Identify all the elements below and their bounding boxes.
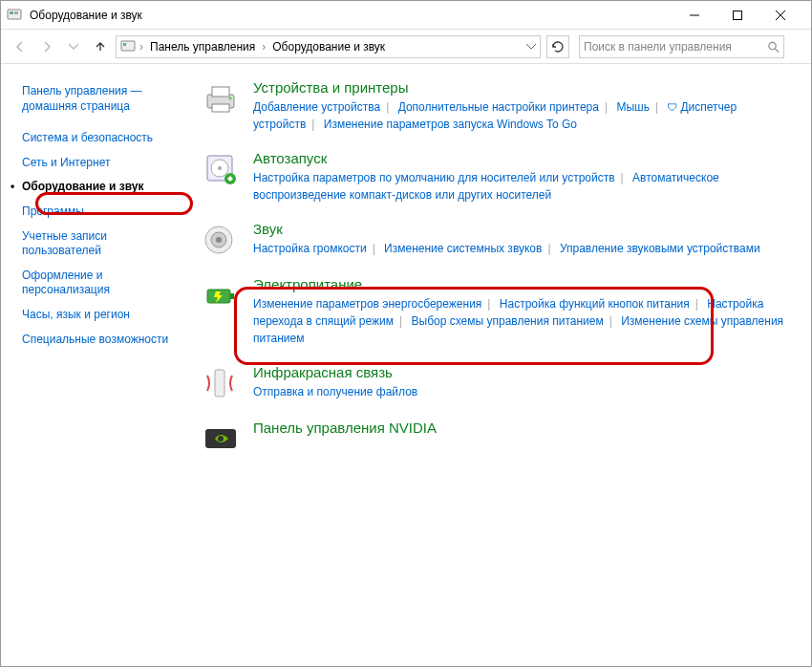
chevron-down-icon[interactable] (526, 42, 536, 52)
breadcrumb-item[interactable]: Оборудование и звук (269, 40, 388, 54)
svg-point-9 (769, 42, 776, 49)
category-ir: Инфракрасная связь Отправка и получение … (202, 364, 792, 402)
task-link[interactable]: Мышь (616, 100, 650, 114)
speaker-icon (202, 221, 240, 259)
svg-point-21 (216, 237, 222, 243)
sidebar-item-appearance[interactable]: Оформление и персонализация (22, 264, 181, 303)
nav-up-button[interactable] (89, 35, 112, 58)
svg-point-14 (229, 97, 232, 100)
svg-line-10 (775, 48, 779, 52)
category-autoplay: Автозапуск Настройка параметров по умолч… (202, 150, 792, 204)
minimize-button[interactable] (676, 2, 719, 29)
svg-rect-1 (10, 11, 13, 14)
task-link[interactable]: Изменение системных звуков (384, 242, 542, 255)
task-link[interactable]: Настройка функций кнопок питания (500, 297, 690, 311)
nav-history-button[interactable] (62, 35, 85, 58)
category-power: Электропитание Изменение параметров энер… (202, 276, 792, 347)
task-link[interactable]: Отправка и получение файлов (253, 385, 417, 398)
chevron-right-icon: › (139, 40, 143, 54)
sidebar-item-system[interactable]: Система и безопасность (22, 126, 181, 151)
sidebar-item-access[interactable]: Специальные возможности (22, 328, 181, 353)
battery-icon (202, 276, 240, 314)
svg-rect-2 (14, 11, 18, 14)
main-content: Устройства и принтеры Добавление устройс… (192, 64, 811, 666)
nvidia-icon (202, 420, 240, 458)
sidebar-item-home[interactable]: Панель управления — домашняя страница (22, 79, 181, 118)
svg-rect-8 (123, 43, 126, 46)
sidebar: Панель управления — домашняя страница Си… (1, 64, 192, 666)
search-input[interactable] (584, 40, 763, 54)
sidebar-item-clock[interactable]: Часы, язык и регион (22, 303, 181, 328)
search-field[interactable] (579, 35, 784, 58)
category-nvidia: Панель управления NVIDIA (202, 420, 792, 458)
address-icon (120, 39, 136, 54)
svg-point-17 (218, 166, 222, 170)
breadcrumb-item[interactable]: Панель управления (147, 40, 258, 54)
maximize-button[interactable] (719, 2, 762, 29)
search-icon (767, 40, 780, 54)
task-link[interactable]: Добавление устройства (253, 100, 380, 114)
task-link[interactable]: Настройка громкости (253, 242, 367, 255)
task-link[interactable]: Изменение параметров запуска Windows To … (324, 118, 577, 131)
category-title[interactable]: Панель управления NVIDIA (253, 420, 792, 436)
nav-back-button[interactable] (9, 35, 32, 58)
category-title[interactable]: Электропитание (253, 276, 792, 292)
svg-rect-24 (215, 370, 224, 397)
sidebar-item-hardware[interactable]: Оборудование и звук (22, 175, 181, 200)
svg-rect-13 (212, 104, 229, 112)
category-title[interactable]: Инфракрасная связь (253, 364, 792, 380)
control-panel-icon (7, 8, 22, 23)
category-devices: Устройства и принтеры Добавление устройс… (202, 79, 792, 133)
printer-icon (202, 79, 240, 118)
category-title[interactable]: Звук (253, 221, 792, 237)
address-bar[interactable]: › Панель управления › Оборудование и зву… (116, 35, 541, 58)
task-link[interactable]: Изменение параметров энергосбережения (253, 297, 481, 311)
sidebar-item-programs[interactable]: Программы (22, 200, 181, 225)
chevron-right-icon: › (262, 40, 266, 54)
category-title[interactable]: Устройства и принтеры (253, 79, 792, 96)
task-link[interactable]: Выбор схемы управления питанием (412, 314, 604, 328)
svg-rect-4 (733, 11, 741, 19)
close-button[interactable] (762, 2, 805, 29)
refresh-button[interactable] (546, 35, 569, 58)
ir-icon (202, 364, 240, 402)
sidebar-item-accounts[interactable]: Учетные записи пользователей (22, 225, 181, 264)
nav-forward-button[interactable] (35, 35, 58, 58)
svg-rect-12 (212, 87, 229, 97)
category-title[interactable]: Автозапуск (253, 150, 792, 166)
sidebar-item-network[interactable]: Сеть и Интернет (22, 151, 181, 176)
svg-rect-23 (230, 293, 234, 299)
task-link[interactable]: Настройка параметров по умолчанию для но… (253, 171, 615, 184)
category-sound: Звук Настройка громкости| Изменение сист… (202, 221, 792, 259)
task-link[interactable]: Управление звуковыми устройствами (560, 242, 760, 255)
svg-point-26 (218, 436, 224, 441)
window-title: Оборудование и звук (30, 9, 676, 22)
task-link[interactable]: Дополнительные настройки принтера (398, 100, 599, 114)
disc-icon (202, 150, 240, 188)
